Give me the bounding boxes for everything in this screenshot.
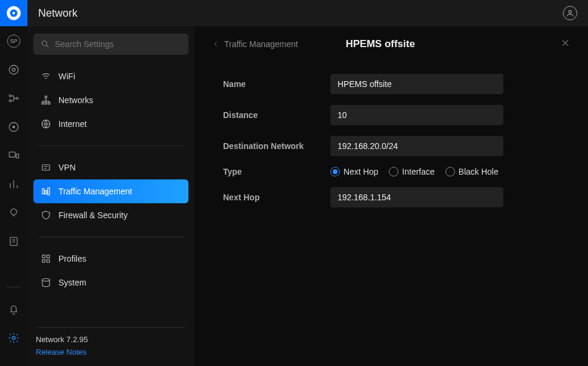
rail-target-icon[interactable] [7,63,20,76]
breadcrumb-label: Traffic Management [224,39,298,49]
search-box[interactable] [33,33,188,55]
svg-rect-19 [45,103,47,104]
page-title: Network [38,7,78,20]
svg-rect-25 [42,260,45,263]
sidebar-item-internet[interactable]: Internet [33,112,188,136]
distance-field[interactable] [330,105,503,125]
rail-bell-icon[interactable] [7,303,20,316]
sidebar-item-label: Firewall & Security [58,210,128,220]
type-radio-black-hole[interactable]: Black Hole [445,167,499,176]
svg-rect-26 [47,260,50,263]
svg-point-3 [569,10,572,13]
sidebar-item-networks[interactable]: Networks [33,88,188,112]
app-logo [0,0,27,26]
svg-rect-24 [47,255,50,258]
sidebar-item-label: System [58,278,86,287]
svg-point-27 [42,278,49,281]
sidebar-item-label: Profiles [58,254,86,263]
version-label: Network 7.2.95 [36,335,186,344]
route-form: Name Distance Destination Network Type N… [194,62,588,218]
svg-rect-22 [42,165,49,170]
account-avatar-icon[interactable] [563,6,577,20]
sidebar-item-label: VPN [58,163,76,172]
svg-point-6 [10,95,11,97]
sidebar-item-label: WiFi [58,72,75,81]
release-notes-link[interactable]: Release Notes [36,348,186,356]
search-input[interactable] [55,39,181,49]
sidebar-item-vpn[interactable]: VPN [33,156,188,179]
vpn-icon [41,162,51,173]
chevron-left-icon [212,41,219,48]
svg-rect-12 [16,154,18,159]
system-icon [41,277,51,288]
sidebar-item-firewall[interactable]: Firewall & Security [33,203,188,227]
svg-point-7 [10,100,11,102]
content-panel: Traffic Management HPEMS offsite Name Di… [194,26,588,366]
radio-label: Black Hole [459,167,499,176]
sidebar-item-label: Traffic Management [58,187,132,196]
next-hop-field[interactable] [330,187,503,207]
settings-sidebar: WiFi Networks Internet VPN Traffic Manag… [27,26,194,366]
name-label: Name [223,79,330,89]
rail-topology-icon[interactable] [7,92,20,105]
sidebar-item-traffic-management[interactable]: Traffic Management [33,179,188,203]
shield-icon [41,210,51,221]
svg-rect-23 [42,255,45,258]
svg-point-4 [10,66,18,75]
sidebar-item-system[interactable]: System [33,271,188,294]
profiles-icon [41,253,51,264]
radio-label: Next Hop [343,167,378,176]
rail-record-icon[interactable] [7,120,20,134]
titlebar: Network [0,0,588,26]
type-radio-interface[interactable]: Interface [389,167,434,176]
search-icon [41,39,50,49]
destination-field[interactable] [330,136,503,156]
rail-devices-icon[interactable] [7,149,20,162]
radio-label: Interface [402,167,434,176]
sidebar-item-label: Networks [58,95,93,105]
svg-point-2 [13,12,15,14]
type-radio-next-hop[interactable]: Next Hop [330,167,378,176]
svg-point-16 [42,41,47,46]
sidebar-item-label: Internet [58,119,86,129]
networks-icon [41,95,51,106]
rail-stats-icon[interactable] [7,178,20,191]
svg-point-15 [13,337,16,340]
rail-notes-icon[interactable] [7,235,20,248]
destination-label: Destination Network [223,141,330,151]
rail-bulb-icon[interactable] [7,206,20,219]
svg-point-10 [13,126,14,128]
icon-rail: SP [0,26,27,366]
svg-rect-14 [10,237,17,245]
breadcrumb-back[interactable]: Traffic Management [212,39,298,49]
traffic-icon [41,186,51,197]
svg-point-8 [16,97,18,99]
sidebar-item-wifi[interactable]: WiFi [33,64,188,88]
distance-label: Distance [223,110,330,120]
sidebar-item-profiles[interactable]: Profiles [33,247,188,271]
svg-rect-18 [42,103,44,104]
type-radio-group: Next Hop Interface Black Hole [330,167,499,176]
name-field[interactable] [330,74,503,94]
svg-rect-17 [45,96,47,98]
svg-rect-20 [48,103,50,104]
svg-point-13 [11,209,17,215]
svg-point-5 [13,69,16,72]
wifi-icon [41,71,51,82]
next-hop-label: Next Hop [223,193,330,202]
close-icon[interactable] [561,38,570,51]
type-label: Type [223,167,330,176]
rail-sp-icon[interactable]: SP [7,35,20,48]
rail-settings-icon[interactable] [7,331,20,345]
panel-title: HPEMS offsite [346,38,415,50]
globe-icon [41,119,51,129]
svg-rect-11 [10,152,16,157]
